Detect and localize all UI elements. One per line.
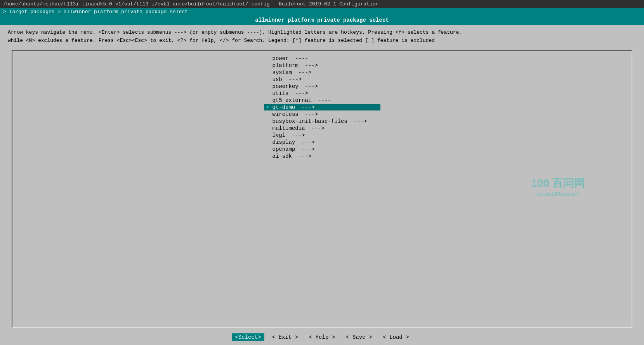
select-button[interactable]: <Select>	[232, 333, 264, 341]
menu-item-display[interactable]: display --->	[12, 139, 632, 146]
save-button[interactable]: < Save >	[343, 333, 375, 341]
help-line-1: Arrow keys navigate the menu. <Enter> se…	[8, 29, 636, 37]
menu-item-busybox-init-base-files[interactable]: busybox-init-base-files --->	[12, 118, 632, 125]
menu-item-text-powerkey: powerkey --->	[271, 83, 320, 90]
menu-item-platform[interactable]: platform --->	[12, 62, 632, 69]
title-bar: /home/ubuntu/meihao/t113i_tinasdk5.0-v1/…	[0, 0, 644, 8]
menu-item-wireless[interactable]: wireless --->	[12, 111, 632, 118]
menu-item-system[interactable]: system --->	[12, 69, 632, 76]
menu-item-powerkey[interactable]: powerkey --->	[12, 83, 632, 90]
menu-item-text-multimedia: multimedia --->	[271, 125, 326, 131]
app-window: /home/ubuntu/meihao/t113i_tinasdk5.0-v1/…	[0, 0, 644, 345]
menu-item-text-busybox-init-base-files: busybox-init-base-files --->	[271, 118, 369, 124]
main-area: allwinner platform private package selec…	[0, 16, 644, 345]
menu-item-text-openamp: openamp --->	[271, 146, 316, 152]
menu-item-multimedia[interactable]: multimedia --->	[12, 125, 632, 132]
menu-item-qt5_external[interactable]: qt5 external ----	[12, 97, 632, 104]
menu-item-text-system: system --->	[271, 69, 313, 76]
menu-item-text-platform: platform --->	[271, 62, 320, 69]
menu-item-text-power: power ----	[271, 55, 310, 62]
menu-container: power ---- platform ---> system ---> usb…	[12, 50, 632, 328]
menu-item-power[interactable]: power ----	[12, 55, 632, 62]
page-title: allwinner platform private package selec…	[0, 16, 644, 25]
help-button[interactable]: < Help >	[306, 333, 338, 341]
breadcrumb: > Target packages > allwinner platform p…	[3, 9, 188, 15]
menu-item-qt-demo[interactable]: >qt-demo --->	[12, 104, 632, 111]
menu-item-text-qt-demo: qt-demo --->	[271, 104, 316, 110]
menu-item-text-display: display --->	[271, 139, 316, 145]
exit-button[interactable]: < Exit >	[269, 333, 301, 341]
menu-item-openamp[interactable]: openamp --->	[12, 146, 632, 153]
menu-item-text-ai-sdk: ai-sdk --->	[271, 153, 313, 159]
menu-item-text-lvgl: lvgl --->	[271, 132, 307, 138]
selector-arrow-qt-demo: >	[264, 104, 271, 110]
menu-item-text-qt5_external: qt5 external ----	[271, 97, 333, 104]
menu-item-usb[interactable]: usb --->	[12, 76, 632, 83]
menu-item-lvgl[interactable]: lvgl --->	[12, 132, 632, 139]
menu-item-ai-sdk[interactable]: ai-sdk --->	[12, 153, 632, 160]
help-text-area: Arrow keys navigate the menu. <Enter> se…	[0, 25, 644, 48]
breadcrumb-bar: > Target packages > allwinner platform p…	[0, 8, 644, 16]
menu-item-text-wireless: wireless --->	[271, 111, 320, 117]
menu-item-utils[interactable]: utils --->	[12, 90, 632, 97]
watermark: 100 百问网 www.100ask.net	[531, 176, 585, 198]
menu-item-text-utils: utils --->	[271, 90, 310, 97]
title-text: /home/ubuntu/meihao/t113i_tinasdk5.0-v1/…	[3, 1, 378, 7]
menu-item-text-usb: usb --->	[271, 76, 304, 83]
bottom-bar: <Select>< Exit >< Help >< Save >< Load >	[0, 331, 644, 345]
menu-inner: power ---- platform ---> system ---> usb…	[12, 51, 632, 164]
help-line-2: while <N> excludes a feature. Press <Esc…	[8, 37, 636, 45]
load-button[interactable]: < Load >	[380, 333, 412, 341]
